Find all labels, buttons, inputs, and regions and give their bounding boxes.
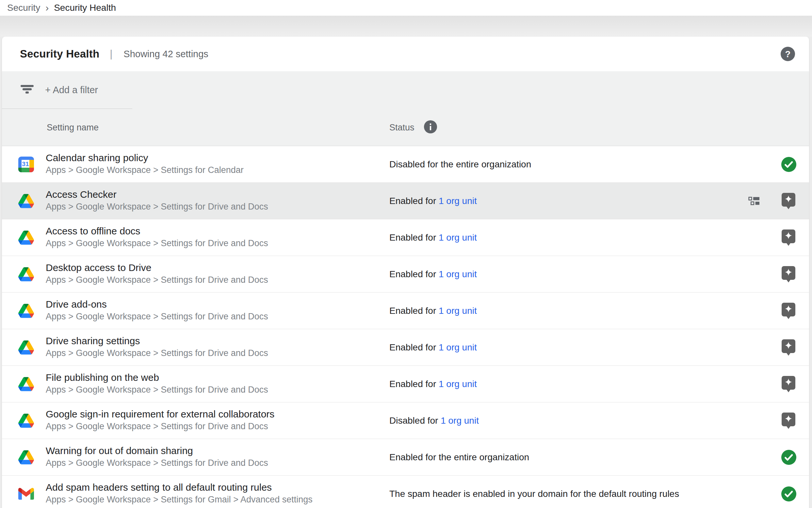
setting-name: Desktop access to Drive: [46, 261, 268, 274]
status-text: Enabled for the entire organization: [389, 452, 529, 462]
setting-cell: Calendar sharing policy Apps > Google Wo…: [46, 151, 244, 176]
filter-bar: + Add a filter: [2, 71, 809, 109]
org-unit-link[interactable]: 1 org unit: [439, 306, 477, 316]
setting-path: Apps > Google Workspace > Settings for D…: [46, 384, 268, 395]
status-text: Enabled for: [389, 342, 439, 352]
setting-name: File publishing on the web: [46, 371, 268, 384]
setting-path: Apps > Google Workspace > Settings for D…: [46, 420, 274, 432]
drive-icon: [18, 303, 34, 319]
breadcrumb-security-health: Security Health: [54, 3, 116, 13]
drive-icon: [18, 450, 34, 465]
drive-icon: [18, 266, 34, 282]
drive-icon: [18, 193, 34, 209]
status-text: Enabled for: [389, 196, 439, 206]
setting-path: Apps > Google Workspace > Settings for D…: [46, 201, 268, 212]
column-header-setting-name: Setting name: [47, 122, 99, 132]
table-row[interactable]: Drive sharing settings Apps > Google Wor…: [2, 329, 809, 366]
setting-path: Apps > Google Workspace > Settings for D…: [46, 310, 268, 322]
rules-list-icon: [748, 197, 761, 206]
status-text: Enabled for: [389, 232, 439, 243]
setting-cell: Google sign-in requirement for external …: [46, 408, 274, 432]
status-cell: Enabled for 1 org unit: [389, 232, 477, 243]
status-cell: Enabled for 1 org unit: [389, 269, 477, 280]
setting-name: Drive add-ons: [46, 298, 268, 310]
recommendation-badge-icon[interactable]: [781, 302, 796, 320]
status-text: Disabled for the entire organization: [389, 159, 531, 169]
status-cell: Enabled for 1 org unit: [389, 196, 477, 206]
security-health-page: Security › Security Health Security Heal…: [0, 0, 812, 508]
security-health-card: Security Health | Showing 42 settings + …: [2, 37, 809, 508]
status-cell: The spam header is enabled in your domai…: [389, 489, 679, 499]
recommendation-badge-icon[interactable]: [781, 265, 796, 284]
drive-icon: [18, 340, 34, 355]
add-filter-button[interactable]: + Add a filter: [45, 85, 98, 95]
setting-cell: Drive add-ons Apps > Google Workspace > …: [46, 298, 268, 322]
status-text: Disabled for: [389, 416, 441, 426]
setting-cell: Access to offline docs Apps > Google Wor…: [46, 224, 268, 249]
settings-table-body: Calendar sharing policy Apps > Google Wo…: [2, 146, 809, 508]
setting-cell: Desktop access to Drive Apps > Google Wo…: [46, 261, 268, 286]
chevron-right-icon: ›: [45, 3, 49, 12]
recommendation-badge-icon[interactable]: [781, 228, 796, 247]
table-row[interactable]: Warning for out of domain sharing Apps >…: [2, 439, 809, 476]
status-cell: Disabled for 1 org unit: [389, 416, 479, 426]
setting-path: Apps > Google Workspace > Settings for D…: [46, 347, 268, 359]
card-header: Security Health | Showing 42 settings: [2, 37, 809, 71]
setting-cell: Warning for out of domain sharing Apps >…: [46, 444, 268, 469]
table-row[interactable]: Access to offline docs Apps > Google Wor…: [2, 219, 809, 256]
settings-count-label: Showing 42 settings: [124, 49, 208, 59]
help-icon[interactable]: [781, 47, 795, 61]
drive-icon: [18, 230, 34, 246]
recommendation-badge-icon[interactable]: [781, 412, 796, 430]
status-text: Enabled for: [389, 269, 439, 279]
breadcrumb-security[interactable]: Security: [7, 3, 40, 13]
filter-list-icon: [20, 85, 34, 95]
setting-name: Access to offline docs: [46, 224, 268, 237]
status-cell: Enabled for 1 org unit: [389, 342, 477, 353]
setting-name: Warning for out of domain sharing: [46, 444, 268, 457]
org-unit-link[interactable]: 1 org unit: [439, 269, 477, 279]
org-unit-link[interactable]: 1 org unit: [439, 379, 477, 389]
setting-cell: Add spam headers setting to all default …: [46, 481, 313, 505]
setting-cell: Access Checker Apps > Google Workspace >…: [46, 188, 268, 212]
org-unit-link[interactable]: 1 org unit: [439, 342, 477, 352]
calendar-icon: [18, 157, 34, 172]
setting-name: Access Checker: [46, 188, 268, 201]
table-row[interactable]: Access Checker Apps > Google Workspace >…: [2, 183, 809, 219]
table-row[interactable]: Google sign-in requirement for external …: [2, 403, 809, 439]
setting-name: Add spam headers setting to all default …: [46, 481, 313, 494]
info-circle-icon[interactable]: [424, 120, 437, 135]
org-unit-link[interactable]: 1 org unit: [439, 232, 477, 243]
org-unit-link[interactable]: 1 org unit: [439, 196, 477, 206]
table-row[interactable]: Calendar sharing policy Apps > Google Wo…: [2, 146, 809, 183]
drive-icon: [18, 413, 34, 429]
page-title: Security Health: [20, 48, 99, 60]
setting-path: Apps > Google Workspace > Settings for C…: [46, 164, 244, 176]
setting-name: Google sign-in requirement for external …: [46, 408, 274, 420]
table-row[interactable]: File publishing on the web Apps > Google…: [2, 366, 809, 403]
page-band: [0, 16, 812, 37]
org-unit-link[interactable]: 1 org unit: [441, 416, 479, 426]
status-cell: Enabled for the entire organization: [389, 452, 529, 463]
gmail-icon: [18, 486, 34, 502]
status-cell: Enabled for 1 org unit: [389, 306, 477, 316]
setting-name: Calendar sharing policy: [46, 151, 244, 164]
status-ok-icon: [781, 157, 796, 172]
setting-path: Apps > Google Workspace > Settings for D…: [46, 237, 268, 249]
status-cell: Enabled for 1 org unit: [389, 379, 477, 389]
recommendation-badge-icon[interactable]: [781, 338, 796, 357]
status-ok-icon: [781, 486, 796, 502]
setting-path: Apps > Google Workspace > Settings for D…: [46, 457, 268, 469]
recommendation-badge-icon[interactable]: [781, 192, 796, 210]
setting-cell: File publishing on the web Apps > Google…: [46, 371, 268, 395]
status-text: Enabled for: [389, 306, 439, 316]
table-row[interactable]: Desktop access to Drive Apps > Google Wo…: [2, 256, 809, 293]
table-row[interactable]: Drive add-ons Apps > Google Workspace > …: [2, 293, 809, 329]
column-header-status: Status: [389, 122, 415, 132]
status-text: The spam header is enabled in your domai…: [389, 489, 679, 499]
table-header-row: Setting name Status: [2, 109, 809, 146]
table-row[interactable]: Add spam headers setting to all default …: [2, 476, 809, 508]
setting-cell: Drive sharing settings Apps > Google Wor…: [46, 334, 268, 359]
recommendation-badge-icon[interactable]: [781, 375, 796, 393]
setting-path: Apps > Google Workspace > Settings for G…: [46, 494, 313, 505]
